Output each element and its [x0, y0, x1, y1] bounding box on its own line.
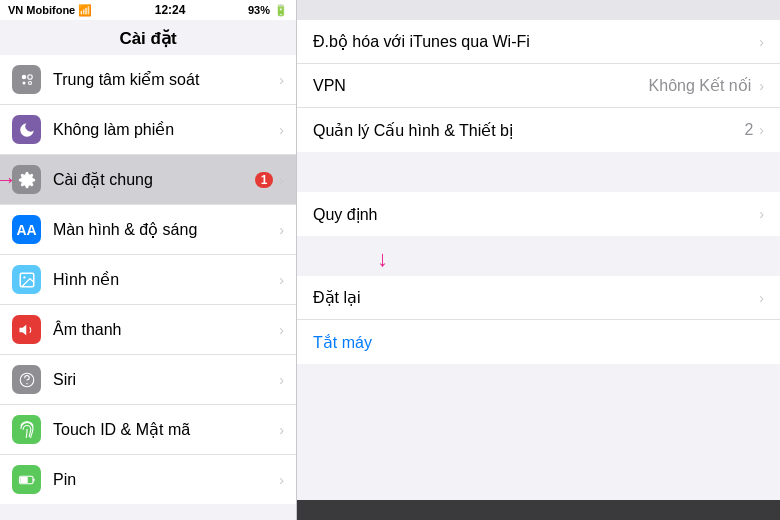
chevron-icon: ›: [279, 322, 284, 338]
right-group-2: Quy định ›: [297, 192, 780, 236]
left-panel: VN Mobifone 📶 12:24 93% 🔋 Cài đặt Trung …: [0, 0, 296, 520]
item-label: Đ.bộ hóa với iTunes qua Wi-Fi: [313, 32, 759, 51]
chevron-icon: ›: [279, 272, 284, 288]
item-label: Trung tâm kiểm soát: [53, 70, 279, 89]
chevron-icon: ›: [759, 122, 764, 138]
item-label: Màn hình & độ sáng: [53, 220, 279, 239]
item-label: Touch ID & Mật mã: [53, 420, 279, 439]
list-item-cai-dat-chung[interactable]: Cài đặt chung → 1 ›: [0, 155, 296, 205]
chevron-icon: ›: [279, 72, 284, 88]
section-spacer-2: [297, 256, 780, 276]
settings-list: Trung tâm kiểm soát › Không làm phiền › …: [0, 55, 296, 520]
chevron-icon: ›: [279, 222, 284, 238]
svg-rect-10: [33, 478, 35, 481]
svg-point-0: [21, 74, 26, 79]
item-label: Siri: [53, 371, 279, 389]
time-label: 12:24: [155, 3, 186, 17]
item-value: Không Kết nối: [649, 76, 752, 95]
list-item-touch-id[interactable]: Touch ID & Mật mã ›: [0, 405, 296, 455]
item-label: VPN: [313, 77, 649, 95]
item-label: Pin: [53, 471, 279, 489]
chevron-icon: ›: [279, 472, 284, 488]
svg-point-8: [26, 383, 27, 384]
item-label: Hình nền: [53, 270, 279, 289]
list-item[interactable]: Hình nền ›: [0, 255, 296, 305]
moon-icon: [12, 115, 41, 144]
right-item-dat-lai[interactable]: Đặt lại ›: [297, 276, 780, 320]
arrow-down-indicator: ↓: [377, 246, 388, 272]
list-item[interactable]: Không làm phiền ›: [0, 105, 296, 155]
list-item[interactable]: Âm thanh ›: [0, 305, 296, 355]
svg-rect-3: [28, 81, 31, 84]
arrow-indicator: →: [0, 167, 17, 193]
settings-title: Cài đặt: [0, 20, 296, 55]
right-list: Đ.bộ hóa với iTunes qua Wi-Fi › VPN Khôn…: [297, 20, 780, 500]
wifi-icon: 📶: [78, 4, 92, 17]
svg-point-5: [23, 276, 25, 278]
right-bottom-bar: [297, 500, 780, 520]
right-item-dong-bo[interactable]: Đ.bộ hóa với iTunes qua Wi-Fi ›: [297, 20, 780, 64]
right-item-quy-dinh[interactable]: Quy định ›: [297, 192, 780, 236]
status-bar: VN Mobifone 📶 12:24 93% 🔋: [0, 0, 296, 20]
svg-point-1: [27, 74, 32, 79]
item-label: Đặt lại: [313, 288, 759, 307]
list-item[interactable]: Siri ›: [0, 355, 296, 405]
chevron-icon: ›: [279, 122, 284, 138]
right-panel: Đ.bộ hóa với iTunes qua Wi-Fi › VPN Khôn…: [296, 0, 780, 520]
fingerprint-icon: [12, 415, 41, 444]
list-item[interactable]: AA Màn hình & độ sáng ›: [0, 205, 296, 255]
right-item-quan-ly[interactable]: Quản lý Cấu hình & Thiết bị 2 ›: [297, 108, 780, 152]
battery-icon: 🔋: [274, 4, 288, 17]
right-group-3: ↓ Đặt lại › Tắt máy: [297, 276, 780, 364]
control-icon: [12, 65, 41, 94]
item-badge: 2: [744, 121, 753, 139]
item-badge: 1: [255, 172, 274, 188]
status-left: VN Mobifone 📶: [8, 4, 92, 17]
battery-label: 93%: [248, 4, 270, 16]
svg-marker-6: [19, 324, 26, 335]
status-right: 93% 🔋: [248, 4, 288, 17]
chevron-icon: ›: [279, 172, 284, 188]
item-label: Quản lý Cấu hình & Thiết bị: [313, 121, 744, 140]
svg-rect-2: [22, 81, 25, 84]
battery-icon: [12, 465, 41, 494]
chevron-icon: ›: [759, 290, 764, 306]
wallpaper-icon: [12, 265, 41, 294]
right-group-1: Đ.bộ hóa với iTunes qua Wi-Fi › VPN Khôn…: [297, 20, 780, 152]
item-label: Âm thanh: [53, 321, 279, 339]
right-item-tat-may[interactable]: Tắt máy: [297, 320, 780, 364]
right-top-bar: [297, 0, 780, 20]
chevron-icon: ›: [759, 206, 764, 222]
carrier-label: VN Mobifone: [8, 4, 75, 16]
chevron-icon: ›: [759, 78, 764, 94]
section-spacer: [297, 172, 780, 192]
list-item[interactable]: Trung tâm kiểm soát ›: [0, 55, 296, 105]
display-icon: AA: [12, 215, 41, 244]
chevron-icon: ›: [279, 372, 284, 388]
chevron-icon: ›: [279, 422, 284, 438]
siri-icon: [12, 365, 41, 394]
item-label: Quy định: [313, 205, 759, 224]
item-label: Cài đặt chung: [53, 170, 255, 189]
settings-title-text: Cài đặt: [119, 29, 176, 48]
chevron-icon: ›: [759, 34, 764, 50]
right-item-vpn[interactable]: VPN Không Kết nối ›: [297, 64, 780, 108]
sound-icon: [12, 315, 41, 344]
list-item-pin[interactable]: Pin ›: [0, 455, 296, 504]
item-label: Tắt máy: [313, 333, 764, 352]
item-label: Không làm phiền: [53, 120, 279, 139]
svg-rect-11: [20, 477, 28, 483]
